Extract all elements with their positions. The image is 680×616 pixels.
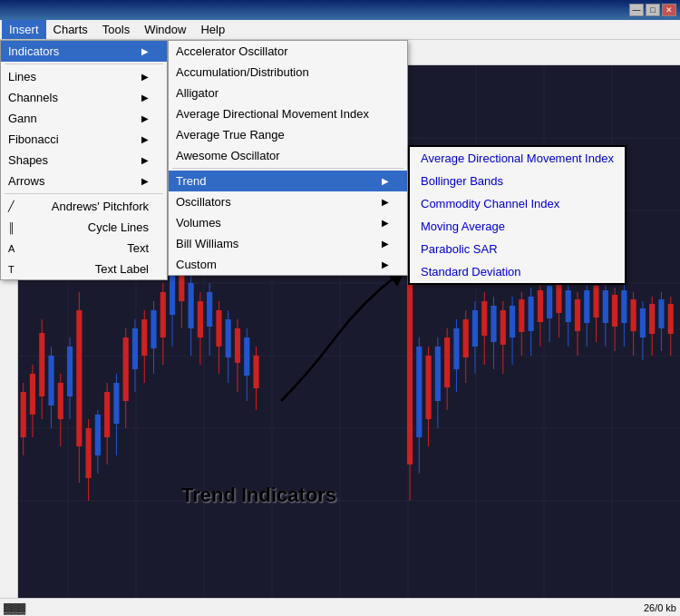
svg-rect-65: [244, 337, 249, 376]
trend-admi[interactable]: Average Directional Movement Index: [410, 147, 625, 170]
volumes-arrow: ▶: [382, 218, 389, 228]
menu-bar: Insert Charts Tools Window Help: [0, 20, 680, 40]
menu-cycle-lines[interactable]: ║ Cycle Lines: [1, 217, 167, 238]
svg-rect-109: [593, 286, 598, 318]
svg-rect-81: [463, 319, 469, 357]
indicator-awesome[interactable]: Awesome Oscillator: [169, 145, 407, 166]
menu-arrows[interactable]: Arrows ▶: [1, 171, 167, 191]
svg-rect-19: [30, 374, 35, 415]
svg-rect-41: [132, 328, 138, 369]
menu-charts[interactable]: Charts: [46, 20, 95, 39]
svg-rect-119: [640, 308, 646, 337]
status-bar: ▓▓▓ 26/0 kb: [0, 598, 680, 616]
indicator-accelerator[interactable]: Accelerator Oscillator: [169, 41, 407, 62]
indicator-volumes[interactable]: Volumes ▶: [169, 212, 407, 233]
svg-rect-105: [575, 299, 580, 331]
svg-rect-59: [216, 310, 221, 347]
menu-lines[interactable]: Lines ▶: [1, 66, 167, 87]
menu-sep-1: [5, 64, 163, 64]
svg-rect-35: [104, 392, 110, 437]
menu-fibonacci[interactable]: Fibonacci ▶: [1, 129, 167, 150]
svg-rect-75: [435, 347, 441, 401]
svg-rect-43: [141, 319, 147, 356]
channels-arrow: ▶: [141, 93, 149, 103]
svg-rect-27: [67, 347, 73, 396]
menu-text[interactable]: A Text: [1, 238, 167, 259]
trend-cci[interactable]: Commodity Channel Index: [410, 192, 625, 215]
trend-annotation: Trend Indicators: [181, 484, 336, 507]
menu-sep-2: [5, 193, 163, 194]
menu-gann[interactable]: Gann ▶: [1, 108, 167, 129]
indicators-menu: Accelerator Oscillator Accumulation/Dist…: [168, 40, 408, 276]
trend-ma[interactable]: Moving Average: [410, 215, 625, 238]
indicator-trend[interactable]: Trend ▶: [169, 171, 407, 191]
svg-rect-71: [416, 347, 422, 437]
svg-rect-85: [481, 301, 487, 336]
arrows-arrow: ▶: [141, 176, 149, 186]
svg-rect-87: [491, 306, 496, 342]
indicator-alligator[interactable]: Alligator: [169, 83, 407, 103]
menu-insert[interactable]: Insert: [2, 20, 46, 39]
svg-rect-25: [58, 383, 63, 419]
svg-rect-125: [668, 304, 674, 334]
maximize-button[interactable]: □: [646, 4, 660, 16]
trend-psar[interactable]: Parabolic SAR: [410, 238, 625, 260]
menu-channels[interactable]: Channels ▶: [1, 87, 167, 108]
svg-rect-31: [86, 428, 92, 478]
svg-rect-95: [529, 297, 534, 331]
fibonacci-arrow: ▶: [141, 134, 149, 144]
svg-rect-79: [453, 328, 459, 369]
trend-bollinger[interactable]: Bollinger Bands: [410, 170, 625, 192]
svg-rect-103: [566, 290, 571, 322]
svg-rect-61: [226, 319, 231, 357]
svg-rect-123: [658, 299, 664, 328]
indicator-oscillators[interactable]: Oscillators ▶: [169, 191, 407, 212]
menu-tools[interactable]: Tools: [95, 20, 137, 39]
svg-rect-21: [39, 333, 44, 396]
menu-indicators[interactable]: Indicators ▶: [1, 41, 167, 62]
svg-rect-49: [170, 274, 175, 315]
svg-rect-57: [207, 292, 212, 327]
svg-rect-99: [547, 286, 552, 318]
svg-rect-17: [21, 392, 26, 437]
svg-rect-53: [189, 283, 194, 328]
menu-text-label[interactable]: T Text Label: [1, 259, 167, 279]
menu-pitchfork[interactable]: ╱ Andrews' Pitchfork: [1, 196, 167, 217]
svg-rect-47: [160, 292, 166, 337]
trend-menu: Average Directional Movement Index Bolli…: [408, 145, 627, 285]
text-icon: A: [8, 243, 23, 254]
status-bar-info: 26/0 kb: [644, 602, 676, 613]
indicator-admi[interactable]: Average Directional Movement Index: [169, 103, 407, 124]
svg-rect-77: [444, 337, 450, 387]
svg-rect-29: [76, 310, 82, 446]
close-button[interactable]: ✕: [662, 4, 676, 16]
shapes-arrow: ▶: [141, 155, 149, 165]
svg-rect-113: [612, 295, 617, 327]
indicator-atr[interactable]: Average True Range: [169, 124, 407, 145]
indicator-bill-williams[interactable]: Bill Williams ▶: [169, 233, 407, 254]
menu-shapes[interactable]: Shapes ▶: [1, 150, 167, 171]
svg-rect-45: [151, 310, 156, 348]
svg-rect-101: [556, 281, 561, 313]
svg-rect-73: [426, 356, 432, 419]
svg-rect-111: [603, 290, 608, 323]
indicator-accumulation[interactable]: Accumulation/Distribution: [169, 62, 407, 83]
svg-rect-63: [235, 328, 240, 363]
indicator-custom[interactable]: Custom ▶: [169, 254, 407, 275]
svg-rect-55: [198, 301, 203, 337]
menu-help[interactable]: Help: [193, 20, 232, 39]
menu-window[interactable]: Window: [137, 20, 193, 39]
svg-rect-37: [113, 383, 119, 424]
lines-arrow: ▶: [141, 72, 149, 82]
pitchfork-icon: ╱: [8, 200, 23, 212]
status-bar-grip: ▓▓▓: [4, 602, 25, 613]
bill-williams-arrow: ▶: [382, 239, 389, 249]
svg-rect-67: [253, 356, 258, 388]
svg-rect-23: [48, 356, 53, 406]
svg-rect-117: [631, 299, 636, 331]
minimize-button[interactable]: —: [629, 4, 644, 16]
trend-stddev[interactable]: Standard Deviation: [410, 260, 625, 283]
svg-rect-33: [95, 415, 101, 455]
svg-rect-115: [621, 290, 627, 323]
oscillators-arrow: ▶: [382, 197, 389, 207]
